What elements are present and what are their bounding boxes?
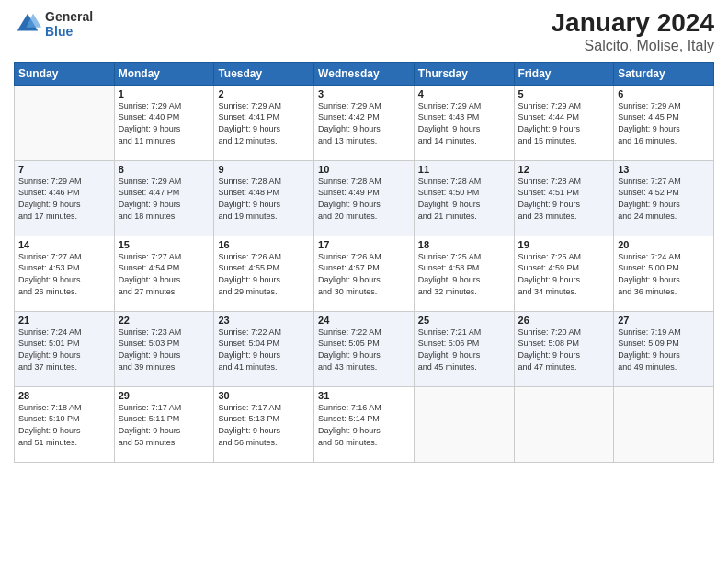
day-info: Sunrise: 7:20 AM Sunset: 5:08 PM Dayligh…: [518, 327, 610, 373]
table-row: [414, 386, 514, 462]
table-row: 13Sunrise: 7:27 AM Sunset: 4:52 PM Dayli…: [614, 160, 714, 236]
calendar-week-3: 14Sunrise: 7:27 AM Sunset: 4:53 PM Dayli…: [15, 236, 714, 311]
table-row: 12Sunrise: 7:28 AM Sunset: 4:51 PM Dayli…: [514, 160, 614, 236]
day-number: 15: [119, 239, 210, 250]
table-row: 10Sunrise: 7:28 AM Sunset: 4:49 PM Dayli…: [314, 160, 415, 236]
table-row: 1Sunrise: 7:29 AM Sunset: 4:40 PM Daylig…: [114, 85, 214, 160]
logo-icon: [14, 10, 41, 38]
col-wednesday: Wednesday: [314, 62, 415, 85]
day-info: Sunrise: 7:23 AM Sunset: 5:03 PM Dayligh…: [119, 327, 210, 373]
header: General Blue January 2024 Salcito, Molis…: [14, 9, 714, 54]
day-info: Sunrise: 7:29 AM Sunset: 4:42 PM Dayligh…: [318, 100, 410, 146]
table-row: 16Sunrise: 7:26 AM Sunset: 4:55 PM Dayli…: [214, 236, 314, 311]
day-info: Sunrise: 7:25 AM Sunset: 4:59 PM Dayligh…: [518, 251, 610, 297]
day-number: 21: [18, 315, 110, 326]
day-info: Sunrise: 7:29 AM Sunset: 4:43 PM Dayligh…: [418, 100, 510, 146]
day-number: 16: [218, 239, 310, 250]
day-number: 2: [218, 88, 310, 99]
table-row: 23Sunrise: 7:22 AM Sunset: 5:04 PM Dayli…: [214, 311, 314, 386]
logo-text: General Blue: [45, 9, 93, 39]
day-info: Sunrise: 7:29 AM Sunset: 4:45 PM Dayligh…: [618, 100, 710, 146]
calendar-header-row: Sunday Monday Tuesday Wednesday Thursday…: [15, 62, 714, 85]
table-row: 26Sunrise: 7:20 AM Sunset: 5:08 PM Dayli…: [514, 311, 614, 386]
day-info: Sunrise: 7:29 AM Sunset: 4:41 PM Dayligh…: [218, 100, 310, 146]
table-row: 25Sunrise: 7:21 AM Sunset: 5:06 PM Dayli…: [414, 311, 514, 386]
day-number: 7: [18, 164, 110, 175]
table-row: 22Sunrise: 7:23 AM Sunset: 5:03 PM Dayli…: [114, 311, 214, 386]
day-info: Sunrise: 7:26 AM Sunset: 4:55 PM Dayligh…: [218, 251, 310, 297]
table-row: 17Sunrise: 7:26 AM Sunset: 4:57 PM Dayli…: [314, 236, 415, 311]
day-info: Sunrise: 7:27 AM Sunset: 4:52 PM Dayligh…: [618, 176, 710, 222]
table-row: 9Sunrise: 7:28 AM Sunset: 4:48 PM Daylig…: [214, 160, 314, 236]
col-thursday: Thursday: [414, 62, 514, 85]
day-number: 25: [418, 315, 510, 326]
table-row: 15Sunrise: 7:27 AM Sunset: 4:54 PM Dayli…: [114, 236, 214, 311]
table-row: [514, 386, 614, 462]
day-info: Sunrise: 7:22 AM Sunset: 5:04 PM Dayligh…: [218, 327, 310, 373]
day-number: 5: [518, 88, 610, 99]
table-row: 11Sunrise: 7:28 AM Sunset: 4:50 PM Dayli…: [414, 160, 514, 236]
table-row: 20Sunrise: 7:24 AM Sunset: 5:00 PM Dayli…: [614, 236, 714, 311]
day-number: 24: [318, 315, 410, 326]
day-info: Sunrise: 7:17 AM Sunset: 5:11 PM Dayligh…: [119, 402, 210, 448]
table-row: [15, 85, 115, 160]
day-number: 11: [418, 164, 510, 175]
table-row: 31Sunrise: 7:16 AM Sunset: 5:14 PM Dayli…: [314, 386, 415, 462]
table-row: 7Sunrise: 7:29 AM Sunset: 4:46 PM Daylig…: [15, 160, 115, 236]
day-number: 1: [119, 88, 210, 99]
page-subtitle: Salcito, Molise, Italy: [552, 38, 714, 54]
day-info: Sunrise: 7:21 AM Sunset: 5:06 PM Dayligh…: [418, 327, 510, 373]
table-row: [614, 386, 714, 462]
day-info: Sunrise: 7:16 AM Sunset: 5:14 PM Dayligh…: [318, 402, 410, 448]
day-info: Sunrise: 7:19 AM Sunset: 5:09 PM Dayligh…: [618, 327, 710, 373]
day-number: 30: [218, 390, 310, 401]
logo-blue-text: Blue: [45, 24, 93, 39]
page: General Blue January 2024 Salcito, Molis…: [0, 0, 728, 563]
day-info: Sunrise: 7:28 AM Sunset: 4:48 PM Dayligh…: [218, 176, 310, 222]
title-block: January 2024 Salcito, Molise, Italy: [552, 9, 714, 54]
day-info: Sunrise: 7:26 AM Sunset: 4:57 PM Dayligh…: [318, 251, 410, 297]
day-number: 23: [218, 315, 310, 326]
col-sunday: Sunday: [15, 62, 115, 85]
day-number: 9: [218, 164, 310, 175]
table-row: 5Sunrise: 7:29 AM Sunset: 4:44 PM Daylig…: [514, 85, 614, 160]
day-info: Sunrise: 7:22 AM Sunset: 5:05 PM Dayligh…: [318, 327, 410, 373]
day-number: 8: [119, 164, 210, 175]
table-row: 8Sunrise: 7:29 AM Sunset: 4:47 PM Daylig…: [114, 160, 214, 236]
day-info: Sunrise: 7:29 AM Sunset: 4:44 PM Dayligh…: [518, 100, 610, 146]
day-number: 19: [518, 239, 610, 250]
col-friday: Friday: [514, 62, 614, 85]
day-number: 20: [618, 239, 710, 250]
day-number: 17: [318, 239, 410, 250]
day-number: 31: [318, 390, 410, 401]
calendar-week-5: 28Sunrise: 7:18 AM Sunset: 5:10 PM Dayli…: [15, 386, 714, 462]
table-row: 21Sunrise: 7:24 AM Sunset: 5:01 PM Dayli…: [15, 311, 115, 386]
day-info: Sunrise: 7:27 AM Sunset: 4:54 PM Dayligh…: [119, 251, 210, 297]
day-number: 4: [418, 88, 510, 99]
table-row: 18Sunrise: 7:25 AM Sunset: 4:58 PM Dayli…: [414, 236, 514, 311]
day-number: 3: [318, 88, 410, 99]
table-row: 4Sunrise: 7:29 AM Sunset: 4:43 PM Daylig…: [414, 85, 514, 160]
table-row: 29Sunrise: 7:17 AM Sunset: 5:11 PM Dayli…: [114, 386, 214, 462]
table-row: 2Sunrise: 7:29 AM Sunset: 4:41 PM Daylig…: [214, 85, 314, 160]
day-number: 28: [18, 390, 110, 401]
day-number: 10: [318, 164, 410, 175]
table-row: 3Sunrise: 7:29 AM Sunset: 4:42 PM Daylig…: [314, 85, 415, 160]
day-info: Sunrise: 7:18 AM Sunset: 5:10 PM Dayligh…: [18, 402, 110, 448]
day-number: 18: [418, 239, 510, 250]
table-row: 6Sunrise: 7:29 AM Sunset: 4:45 PM Daylig…: [614, 85, 714, 160]
day-number: 14: [18, 239, 110, 250]
day-info: Sunrise: 7:27 AM Sunset: 4:53 PM Dayligh…: [18, 251, 110, 297]
table-row: 28Sunrise: 7:18 AM Sunset: 5:10 PM Dayli…: [15, 386, 115, 462]
col-monday: Monday: [114, 62, 214, 85]
day-info: Sunrise: 7:24 AM Sunset: 5:01 PM Dayligh…: [18, 327, 110, 373]
day-number: 6: [618, 88, 710, 99]
day-info: Sunrise: 7:29 AM Sunset: 4:47 PM Dayligh…: [119, 176, 210, 222]
calendar-week-2: 7Sunrise: 7:29 AM Sunset: 4:46 PM Daylig…: [15, 160, 714, 236]
table-row: 27Sunrise: 7:19 AM Sunset: 5:09 PM Dayli…: [614, 311, 714, 386]
table-row: 14Sunrise: 7:27 AM Sunset: 4:53 PM Dayli…: [15, 236, 115, 311]
day-number: 12: [518, 164, 610, 175]
col-saturday: Saturday: [614, 62, 714, 85]
day-number: 13: [618, 164, 710, 175]
table-row: 19Sunrise: 7:25 AM Sunset: 4:59 PM Dayli…: [514, 236, 614, 311]
